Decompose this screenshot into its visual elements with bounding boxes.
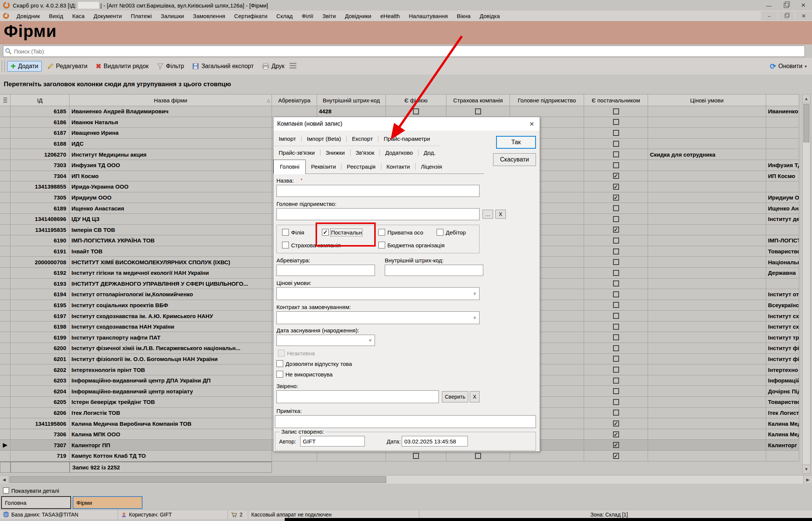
cell-insurance-checkbox[interactable] [446,106,510,117]
name-input[interactable] [276,185,480,197]
cell-is-supplier-checkbox[interactable] [584,106,648,117]
cell-is-supplier-checkbox[interactable] [584,418,648,429]
cell-is-supplier-checkbox[interactable] [584,117,648,128]
toolbar-grip[interactable] [2,61,5,72]
header-abbr[interactable]: Абревіатура [272,94,317,106]
cell-is-supplier-checkbox[interactable] [584,321,648,332]
header-insurance[interactable]: Страхова компанія [446,94,510,106]
cell-is-supplier-checkbox[interactable] [584,311,648,321]
cell-is-supplier-checkbox[interactable] [584,235,648,246]
scroll-up-icon[interactable]: ▲ [803,94,810,103]
cell-is-supplier-checkbox[interactable] [584,289,648,300]
dialog-tab-r3-0[interactable]: Головні [273,160,306,174]
header-is-branch[interactable]: Є філією [386,94,446,106]
header-barcode[interactable]: Внутрішній штрих-код [317,94,386,106]
menu-item-0[interactable]: Довідник [12,13,44,19]
dialog-tab-r1-0[interactable]: Імпорт [273,136,302,142]
cell-is-branch-checkbox[interactable] [386,451,446,462]
cancel-button[interactable]: Скасувати [493,153,536,166]
cell-is-branch-checkbox[interactable] [386,106,446,117]
menu-item-4[interactable]: Платежі [126,13,156,19]
mdi-restore-button[interactable] [778,11,795,20]
edit-button[interactable]: Редагувати [44,61,91,71]
budget-org-checkbox[interactable]: Бюджетна організація [378,242,445,248]
header-id[interactable]: ІД [11,94,70,106]
dialog-tab-r2-3[interactable]: Додатково [380,149,418,156]
show-details-checkbox[interactable] [3,487,9,494]
menu-item-7[interactable]: Сертифікати [230,13,272,19]
verify-clear-button[interactable]: X [470,391,480,402]
abbr-input[interactable] [276,265,375,276]
restore-button[interactable] [777,0,795,11]
menu-item-12[interactable]: eHealth [376,13,404,19]
dialog-tab-r2-4[interactable]: Дод. [419,149,441,156]
menu-item-8[interactable]: Склад [272,13,297,19]
filia-checkbox[interactable]: Філія [282,229,304,236]
cell-is-supplier-checkbox[interactable] [584,375,648,386]
cell-is-supplier-checkbox[interactable] [584,139,648,149]
delete-row-button[interactable]: ✖ Видалити рядок [93,61,152,72]
filter-button[interactable]: Фільтр [154,61,187,71]
price-terms-select[interactable]: ˅ [276,287,480,300]
cell-is-supplier-checkbox[interactable] [584,440,648,451]
dialog-tab-r3-1[interactable]: Реквізити [306,163,341,170]
verify-button[interactable]: Сверить [442,391,468,402]
vertical-scroll-thumb[interactable] [803,104,809,142]
cell-is-supplier-checkbox[interactable] [584,257,648,268]
horizontal-scroll-thumb[interactable] [9,476,386,483]
menu-item-1[interactable]: Вихід [44,13,68,19]
table-row[interactable]: 6185Иваниенко Андрей Владимирович4428Ива… [0,106,799,117]
cell-is-supplier-checkbox[interactable] [584,203,648,214]
tab-home[interactable]: Головна [1,496,71,509]
allow-dispense-checkbox[interactable]: Дозволяти відпустку това [276,360,352,367]
cell-is-supplier-checkbox[interactable] [584,429,648,440]
dialog-tab-r2-2[interactable]: Зв'язок [351,149,380,156]
scroll-down-icon[interactable]: ▼ [803,465,810,473]
menu-item-15[interactable]: Довідка [475,13,504,19]
cell-is-supplier-checkbox[interactable] [584,171,648,182]
cell-is-supplier-checkbox[interactable] [584,225,648,236]
cell-is-supplier-checkbox[interactable] [584,246,648,257]
header-price-terms[interactable]: Цінові умови [648,94,766,106]
cell-is-supplier-checkbox[interactable] [584,397,648,408]
dialog-tab-r1-3[interactable]: Прайс-параметри [378,136,435,142]
cell-insurance-checkbox[interactable] [446,451,510,462]
dialog-tab-r3-3[interactable]: Контакти [381,163,416,170]
cell-is-supplier-checkbox[interactable] [584,128,648,139]
parent-clear-button[interactable]: X [495,210,506,219]
cell-is-supplier-checkbox[interactable] [584,332,648,343]
date-input[interactable]: 03.02.2025 13:45:58 [402,436,468,446]
cell-is-supplier-checkbox[interactable] [584,300,648,311]
header-extra[interactable] [766,94,799,106]
cell-is-supplier-checkbox[interactable] [584,364,648,375]
mdi-close-button[interactable]: ✕ [795,11,812,20]
vertical-scrollbar[interactable]: ▲ ▼ [802,94,810,474]
barcode-input[interactable] [385,265,483,276]
cell-is-supplier-checkbox[interactable] [584,214,648,225]
cell-is-supplier-checkbox[interactable] [584,386,648,397]
scroll-left-icon[interactable]: ◀ [0,475,9,484]
debtor-checkbox[interactable]: Дебітор [437,229,466,236]
menu-item-3[interactable]: Документи [89,13,126,19]
dialog-tab-r2-1[interactable]: Знижки [320,149,351,156]
dialog-close-icon[interactable]: ✕ [527,119,537,128]
menu-item-2[interactable]: Каса [68,13,89,19]
refresh-button[interactable]: ⟳ Оновити ▾ [770,62,807,71]
scroll-right-icon[interactable]: ▶ [803,475,812,484]
export-button[interactable]: Загальний експорт [189,61,257,71]
add-button[interactable]: + Додати [7,61,42,72]
dialog-tab-r3-4[interactable]: Ліцензія [416,163,448,170]
dialog-tab-r2-0[interactable]: Прайс-зв'язки [273,149,320,156]
cell-is-supplier-checkbox[interactable] [584,149,648,160]
header-name[interactable]: Назва фірми△ [70,94,272,106]
private-person-checkbox[interactable]: Приватна осо [378,229,423,236]
menu-item-11[interactable]: Довідники [340,13,376,19]
menu-item-5[interactable]: Залишки [156,13,189,19]
menu-item-14[interactable]: Вікна [452,13,475,19]
author-input[interactable]: GIFT [300,436,365,446]
cell-is-supplier-checkbox[interactable] [584,160,648,171]
tab-firms[interactable]: Фірми [73,496,143,509]
dialog-tab-r1-2[interactable]: Експорт [347,136,379,142]
search-input[interactable] [13,48,804,55]
ok-button[interactable]: Так [496,136,536,149]
